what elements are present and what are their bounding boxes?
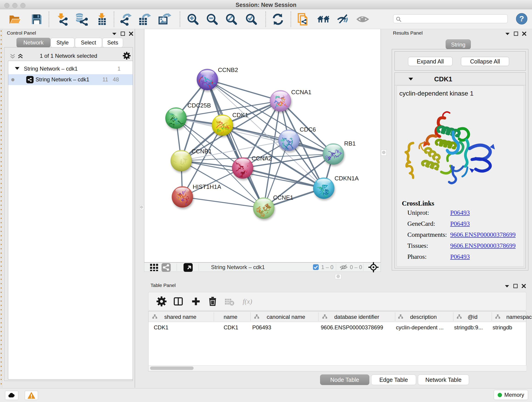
results-panel-menu-icon[interactable] xyxy=(505,32,510,36)
tab-string[interactable]: String xyxy=(446,39,471,49)
table-toolbar-add-column-icon[interactable] xyxy=(190,295,202,307)
table-toolbar-trash-icon[interactable] xyxy=(207,295,219,307)
crosslink-value-link[interactable]: 9606.ENSP00000378699 xyxy=(450,242,515,249)
table-tab-node-table[interactable]: Node Table xyxy=(320,375,369,385)
control-panel-menu-icon[interactable] xyxy=(112,32,117,36)
table-cell[interactable]: P06493 xyxy=(252,324,271,331)
hidden-eye-icon[interactable] xyxy=(339,263,348,272)
toolbar-zoom-out-icon[interactable] xyxy=(205,12,219,26)
main-toolbar: ? xyxy=(0,9,532,29)
crosslink-label: GeneCard: xyxy=(407,220,435,227)
network-options-gear-icon[interactable] xyxy=(123,52,131,61)
toolbar-import-table-icon[interactable] xyxy=(95,12,109,26)
network-node-CDKN1A[interactable]: CDKN1A xyxy=(313,175,359,199)
column-header-shared-name[interactable]: shared name xyxy=(164,314,196,320)
table-toolbar-columns-icon[interactable] xyxy=(172,295,184,307)
network-share-icon[interactable] xyxy=(161,263,171,272)
toolbar-copy-share-icon[interactable] xyxy=(297,12,310,26)
crosslink-value-link[interactable]: 9606.ENSP00000378699 xyxy=(450,231,515,238)
control-panel-tab-sets[interactable]: Sets xyxy=(102,38,123,47)
help-button[interactable]: ? xyxy=(515,12,529,26)
table-cell[interactable]: cyclin-dependent ... xyxy=(396,324,443,331)
control-panel-tab-style[interactable]: Style xyxy=(51,38,75,47)
table-cell[interactable]: CDK1 xyxy=(224,324,238,331)
memory-button[interactable]: Memory xyxy=(494,390,528,400)
network-edge-CCNE1-HIST1H1A[interactable] xyxy=(182,197,264,208)
table-cell[interactable]: CDK1 xyxy=(154,324,168,331)
toolbar-open-folder-icon[interactable] xyxy=(8,12,22,26)
control-panel-tab-select[interactable]: Select xyxy=(75,38,102,47)
table-toolbar: f(x) xyxy=(148,292,526,311)
network-canvas[interactable]: CCNB2 CCNA1 CDC25B CDK1 CDC6 xyxy=(144,29,381,262)
network-tree-row[interactable]: String Network – cdk11148 xyxy=(8,74,133,85)
table-panel-menu-icon[interactable] xyxy=(505,284,510,288)
toolbar-homes-icon[interactable] xyxy=(317,12,330,26)
column-header-description[interactable]: description xyxy=(410,314,437,320)
status-separator xyxy=(363,264,363,271)
crosslink-value-link[interactable]: P06493 xyxy=(450,209,470,216)
search-icon xyxy=(396,16,402,22)
column-header-name[interactable]: name xyxy=(224,314,237,320)
table-cell[interactable]: stringdb:9... xyxy=(454,324,483,331)
crosslink-value-link[interactable]: P06493 xyxy=(450,253,470,260)
toolbar-export-image-icon[interactable] xyxy=(158,12,172,26)
table-tab-edge-table[interactable]: Edge Table xyxy=(371,375,416,385)
warning-button[interactable] xyxy=(25,391,38,400)
entry-collapse-triangle-icon[interactable] xyxy=(408,77,413,82)
toolbar-import-database-icon[interactable] xyxy=(75,12,88,26)
network-node-CCNA2[interactable]: CCNA2 xyxy=(232,155,272,179)
crosshair-icon[interactable] xyxy=(368,263,379,272)
network-node-RB1[interactable]: RB1 xyxy=(323,140,356,165)
table-panel-float-icon[interactable] xyxy=(513,284,518,289)
results-panel-float-icon[interactable] xyxy=(514,32,518,37)
control-panel-tab-network[interactable]: Network xyxy=(17,38,51,47)
table-tab-network-table[interactable]: Network Table xyxy=(418,375,469,385)
open-in-new-window-icon[interactable] xyxy=(183,263,193,272)
toolbar-zoom-fit-icon[interactable] xyxy=(225,12,238,26)
status-separator xyxy=(336,264,336,271)
toolbar-export-table-icon[interactable] xyxy=(138,12,152,26)
column-header-canonical-name[interactable]: canonical name xyxy=(267,314,305,320)
toolbar-export-network-icon[interactable] xyxy=(119,12,133,26)
toolbar-import-network-icon[interactable] xyxy=(55,12,69,26)
toolbar-zoom-selected-icon[interactable] xyxy=(244,12,258,26)
network-node-CCNA1[interactable]: CCNA1 xyxy=(270,89,311,111)
cloud-button[interactable] xyxy=(5,391,18,400)
control-panel-close-icon[interactable] xyxy=(129,32,133,37)
table-toolbar-delete-table-icon[interactable] xyxy=(223,295,235,307)
scrollbar-thumb[interactable] xyxy=(150,366,194,370)
toolbar-zoom-in-icon[interactable] xyxy=(186,12,200,26)
network-tree: String Network – cdk11 String Network – … xyxy=(8,61,133,380)
tree-expand-triangle-icon[interactable] xyxy=(15,67,20,71)
node-label-RB1: RB1 xyxy=(344,140,356,147)
search-input[interactable] xyxy=(404,15,504,22)
vertical-splitter[interactable] xyxy=(135,29,135,388)
table-panel-close-icon[interactable] xyxy=(521,284,526,289)
table-toolbar-fx-icon[interactable]: f(x) xyxy=(238,295,257,307)
control-panel-float-icon[interactable] xyxy=(120,32,125,37)
toolbar-show-all-eye-icon[interactable] xyxy=(356,12,370,26)
crosslink-row: GeneCard: P06493 xyxy=(407,220,435,227)
expand-all-button[interactable]: Expand All xyxy=(408,57,452,66)
network-tree-row[interactable]: String Network – cdk11 xyxy=(8,64,133,74)
left-panel-grip[interactable] xyxy=(0,29,2,388)
crosslink-row: Uniprot: P06493 xyxy=(407,209,429,216)
crosslink-value-link[interactable]: P06493 xyxy=(450,220,470,227)
collapse-all-button[interactable]: Collapse All xyxy=(461,57,509,66)
network-node-HIST1H1A[interactable]: HIST1H1A xyxy=(172,183,221,207)
column-header-namespace[interactable]: namespace xyxy=(506,314,532,320)
result-entry-header[interactable]: CDK1 xyxy=(395,73,526,85)
results-panel-close-icon[interactable] xyxy=(522,32,526,37)
table-cell[interactable]: 9606.ENSP00000378699 xyxy=(321,324,383,331)
birdseye-grid-icon[interactable] xyxy=(149,263,159,272)
table-toolbar-gear-icon[interactable] xyxy=(156,295,167,307)
table-horizontal-scrollbar[interactable] xyxy=(149,365,526,371)
toolbar-save-session-icon[interactable] xyxy=(30,12,44,26)
column-header--id[interactable]: @id xyxy=(468,314,477,320)
toolbar-refresh-icon[interactable] xyxy=(271,12,285,26)
column-header-database-identifier[interactable]: database identifier xyxy=(334,314,379,320)
selected-checkbox-icon[interactable] xyxy=(313,263,319,272)
node-table: shared namename canonical name database … xyxy=(148,311,526,371)
table-cell[interactable]: stringdb xyxy=(493,324,512,331)
toolbar-hide-selected-eye-icon[interactable] xyxy=(336,12,349,26)
